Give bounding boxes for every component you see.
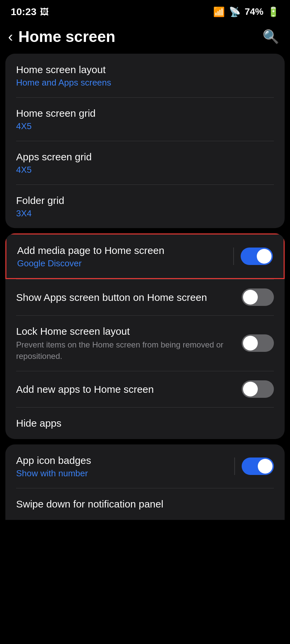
add-media-page-row[interactable]: Add media page to Home screen Google Dis… bbox=[5, 233, 285, 279]
separator-line-2 bbox=[234, 458, 235, 475]
home-screen-layout-title: Home screen layout bbox=[16, 63, 267, 76]
page-title: Home screen bbox=[18, 28, 115, 46]
lock-home-layout-row[interactable]: Lock Home screen layout Prevent items on… bbox=[5, 315, 285, 371]
apps-screen-grid-text: Apps screen grid 4X5 bbox=[16, 150, 274, 175]
folder-grid-row[interactable]: Folder grid 3X4 bbox=[5, 184, 285, 228]
add-media-page-text: Add media page to Home screen Google Dis… bbox=[17, 244, 233, 269]
swipe-down-row[interactable]: Swipe down for notification panel bbox=[5, 488, 285, 520]
add-new-apps-toggle[interactable] bbox=[242, 380, 274, 398]
app-icon-badges-toggle[interactable] bbox=[242, 458, 274, 475]
app-icon-badges-row[interactable]: App icon badges Show with number bbox=[5, 444, 285, 488]
app-icon-badges-subtitle: Show with number bbox=[16, 468, 228, 479]
apps-screen-grid-row[interactable]: Apps screen grid 4X5 bbox=[5, 141, 285, 184]
layout-settings-card: Home screen layout Home and Apps screens… bbox=[5, 54, 285, 228]
lock-home-layout-toggle[interactable] bbox=[242, 334, 274, 352]
add-new-apps-row[interactable]: Add new apps to Home screen bbox=[5, 371, 285, 407]
separator-line bbox=[233, 248, 234, 265]
hide-apps-row[interactable]: Hide apps bbox=[5, 407, 285, 439]
status-bar: 10:23 🖼 📶 📡 74% 🔋 bbox=[0, 0, 290, 21]
status-right: 📶 📡 74% 🔋 bbox=[213, 6, 279, 17]
header-left: ‹ Home screen bbox=[8, 28, 115, 46]
add-new-apps-text: Add new apps to Home screen bbox=[16, 383, 242, 396]
toggle-thumb bbox=[243, 382, 258, 396]
app-icon-badges-text: App icon badges Show with number bbox=[16, 454, 234, 479]
signal-icon: 📡 bbox=[229, 6, 241, 17]
app-icon-badges-title: App icon badges bbox=[16, 454, 228, 467]
swipe-down-title: Swipe down for notification panel bbox=[16, 497, 267, 511]
bottom-settings-card: App icon badges Show with number Swipe d… bbox=[5, 444, 285, 520]
apps-screen-grid-title: Apps screen grid bbox=[16, 150, 267, 163]
folder-grid-text: Folder grid 3X4 bbox=[16, 194, 274, 219]
toggle-thumb bbox=[257, 249, 272, 264]
battery-label: 74% bbox=[245, 6, 263, 17]
status-time: 10:23 bbox=[11, 6, 37, 17]
home-screen-layout-subtitle: Home and Apps screens bbox=[16, 77, 267, 88]
home-screen-grid-text: Home screen grid 4X5 bbox=[16, 107, 274, 131]
show-apps-button-title: Show Apps screen button on Home screen bbox=[16, 291, 235, 304]
folder-grid-subtitle: 3X4 bbox=[16, 208, 267, 219]
lock-home-layout-text: Lock Home screen layout Prevent items on… bbox=[16, 325, 242, 362]
home-screen-grid-row[interactable]: Home screen grid 4X5 bbox=[5, 97, 285, 141]
home-screen-layout-row[interactable]: Home screen layout Home and Apps screens bbox=[5, 54, 285, 97]
home-screen-layout-text: Home screen layout Home and Apps screens bbox=[16, 63, 274, 88]
show-apps-button-toggle[interactable] bbox=[242, 288, 274, 306]
lock-home-layout-title: Lock Home screen layout bbox=[16, 325, 235, 338]
swipe-down-text: Swipe down for notification panel bbox=[16, 497, 274, 511]
add-new-apps-title: Add new apps to Home screen bbox=[16, 383, 235, 396]
page-header: ‹ Home screen 🔍 bbox=[0, 21, 290, 54]
hide-apps-text: Hide apps bbox=[16, 417, 274, 430]
toggle-thumb bbox=[243, 290, 258, 305]
add-media-page-title: Add media page to Home screen bbox=[17, 244, 227, 257]
add-media-page-subtitle: Google Discover bbox=[17, 258, 227, 269]
hide-apps-title: Hide apps bbox=[16, 417, 267, 430]
wifi-icon: 📶 bbox=[213, 6, 225, 17]
add-media-page-toggle[interactable] bbox=[241, 248, 273, 265]
toggle-thumb bbox=[258, 459, 273, 474]
back-button[interactable]: ‹ bbox=[8, 29, 13, 44]
battery-icon: 🔋 bbox=[268, 6, 279, 17]
folder-grid-title: Folder grid bbox=[16, 194, 267, 207]
toggle-thumb bbox=[243, 336, 258, 351]
show-apps-button-row[interactable]: Show Apps screen button on Home screen bbox=[5, 279, 285, 315]
lock-home-layout-desc: Prevent items on the Home screen from be… bbox=[16, 339, 235, 362]
home-screen-grid-subtitle: 4X5 bbox=[16, 121, 267, 131]
home-screen-grid-title: Home screen grid bbox=[16, 107, 267, 120]
apps-screen-grid-subtitle: 4X5 bbox=[16, 165, 267, 175]
status-left: 10:23 🖼 bbox=[11, 6, 49, 17]
search-button[interactable]: 🔍 bbox=[262, 29, 279, 45]
toggle-settings-card: Add media page to Home screen Google Dis… bbox=[5, 233, 285, 439]
show-apps-button-text: Show Apps screen button on Home screen bbox=[16, 291, 242, 304]
photo-icon: 🖼 bbox=[40, 7, 49, 17]
